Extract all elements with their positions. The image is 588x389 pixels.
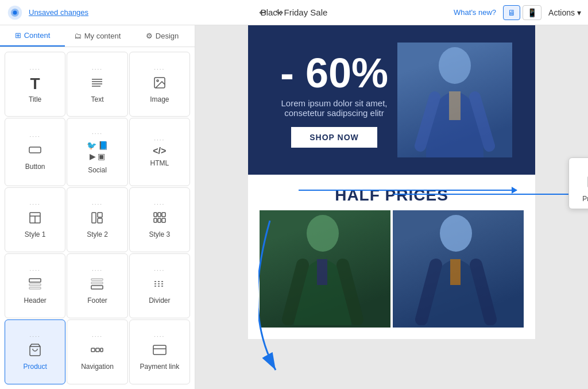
social-label: Social [88, 166, 107, 174]
style2-label: Style 2 [87, 230, 108, 238]
style1-label: Style 1 [25, 230, 46, 238]
style2-icon [90, 211, 104, 227]
svg-rect-34 [100, 348, 103, 352]
sidebar-item-product[interactable]: ···· Product [5, 319, 65, 384]
drag-dots-button: ···· [30, 134, 41, 140]
tab-design[interactable]: ⚙ Design [130, 25, 195, 47]
actions-label: Actions [548, 8, 575, 17]
footer-label: Footer [87, 296, 107, 305]
svg-rect-33 [96, 348, 99, 352]
view-toggle-group: 🖥 📱 [503, 5, 541, 20]
topbar-right-group: What's new? 🖥 📱 Actions ▾ [454, 5, 581, 20]
sidebar-item-navigation[interactable]: ···· Navigation [67, 319, 127, 384]
drag-dots-social: ···· [92, 131, 103, 137]
product-icon [28, 343, 42, 359]
sidebar-item-style3[interactable]: ···· Style 3 [129, 187, 190, 252]
actions-menu[interactable]: Actions ▾ [548, 8, 581, 17]
actions-chevron-icon: ▾ [577, 8, 581, 17]
title-icon: T [30, 76, 40, 92]
half-prices-title: HALF PRICES [260, 186, 524, 205]
sidebar-item-style2[interactable]: ···· Style 2 [67, 187, 127, 252]
product-label: Product [23, 363, 47, 371]
drag-dots-style1: ···· [30, 202, 41, 207]
drag-dots-navigation: ···· [92, 334, 103, 340]
product-image-2 [393, 210, 524, 328]
drag-arrow-line [299, 190, 517, 191]
design-tab-icon: ⚙ [146, 32, 153, 40]
navigation-icon [90, 343, 104, 359]
sidebar-item-html[interactable]: ···· </> HTML [129, 118, 190, 186]
payment-link-label: Payment link [140, 363, 179, 371]
hero-section: - 60% Lorem ipsum dolor sit amet, conset… [248, 25, 535, 175]
style3-icon [153, 211, 167, 227]
drag-dots-header: ···· [30, 268, 41, 274]
sidebar-items-grid: ···· T Title ···· Text ···· Image [0, 47, 195, 389]
sidebar-item-social[interactable]: ···· 🐦 📘 ▶ ▣ Social [67, 118, 127, 186]
navigation-label: Navigation [81, 363, 114, 371]
sidebar: ⊞ Content 🗂 My content ⚙ Design ···· T T… [0, 25, 195, 389]
sidebar-item-button[interactable]: ···· Button [5, 118, 65, 186]
html-label: HTML [150, 159, 169, 167]
canvas-area: ···· Product - 60% Lorem ipsum dolor sit… [195, 25, 588, 389]
my-content-tab-icon: 🗂 [74, 32, 82, 40]
sidebar-item-payment-link[interactable]: ···· Payment link [129, 319, 190, 384]
svg-rect-16 [154, 213, 157, 217]
svg-rect-23 [29, 284, 41, 286]
svg-rect-40 [449, 91, 461, 120]
mobile-view-button[interactable]: 📱 [523, 5, 541, 20]
svg-rect-14 [98, 213, 102, 217]
header-label: Header [24, 296, 46, 305]
content-tab-icon: ⊞ [15, 31, 21, 40]
desktop-view-button[interactable]: 🖥 [503, 5, 520, 20]
sidebar-item-style1[interactable]: ···· Style 1 [5, 187, 65, 252]
svg-rect-13 [92, 213, 96, 223]
svg-point-39 [439, 47, 471, 84]
social-icon: 🐦 📘 ▶ ▣ [87, 140, 109, 163]
floating-product-label: Product [582, 195, 588, 203]
style1-icon [28, 211, 42, 227]
sidebar-item-title[interactable]: ···· T Title [5, 52, 65, 117]
sidebar-item-text[interactable]: ···· Text [67, 52, 127, 117]
svg-rect-15 [98, 218, 102, 223]
unsaved-changes-link[interactable]: Unsaved changes [29, 8, 88, 17]
footer-icon [90, 277, 104, 293]
svg-rect-9 [29, 147, 41, 153]
sidebar-item-image[interactable]: ···· Image [129, 52, 190, 117]
svg-rect-35 [153, 345, 166, 355]
drag-dots-payment: ···· [154, 334, 165, 340]
sidebar-item-footer[interactable]: ···· Footer [67, 253, 127, 318]
blue-curved-arrow [258, 215, 350, 376]
hero-left: - 60% Lorem ipsum dolor sit amet, conset… [271, 52, 397, 148]
half-prices-section: HALF PRICES [248, 175, 535, 210]
sidebar-item-divider[interactable]: ···· Divider [129, 253, 190, 318]
drag-dots-html: ···· [154, 137, 165, 143]
sidebar-item-header[interactable]: ···· Header [5, 253, 65, 318]
app-logo [7, 5, 23, 21]
svg-rect-26 [91, 282, 103, 284]
drag-dots-footer: ···· [92, 268, 103, 274]
design-tab-label: Design [156, 32, 179, 40]
image-label: Image [150, 95, 169, 103]
drag-arrow [299, 190, 517, 191]
main-layout: ⊞ Content 🗂 My content ⚙ Design ···· T T… [0, 25, 588, 389]
hero-cta-button[interactable]: SHOP NOW [291, 127, 377, 148]
my-content-tab-label: My content [84, 32, 121, 40]
svg-rect-25 [91, 279, 103, 280]
drag-dots-title: ···· [30, 67, 41, 72]
button-label: Button [25, 163, 45, 171]
text-label: Text [91, 95, 103, 103]
svg-rect-19 [154, 218, 157, 222]
title-label: Title [29, 95, 41, 103]
whats-new-link[interactable]: What's new? [454, 8, 496, 17]
svg-rect-20 [158, 218, 161, 222]
svg-point-43 [440, 215, 472, 252]
tab-content[interactable]: ⊞ Content [0, 25, 65, 47]
hero-discount: - 60% [271, 52, 397, 94]
topbar: Unsaved changes ↩ ↪ Black Friday Sale Wh… [0, 0, 588, 25]
svg-rect-21 [162, 218, 165, 222]
drag-dots-style2: ···· [92, 202, 103, 207]
tab-my-content[interactable]: 🗂 My content [65, 25, 130, 47]
svg-rect-44 [450, 259, 461, 285]
drag-dots-image: ···· [154, 67, 165, 72]
payment-icon [153, 343, 167, 359]
